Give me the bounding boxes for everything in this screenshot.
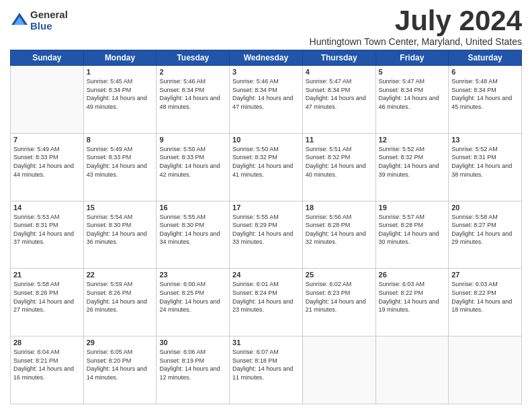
day-cell (11, 66, 84, 134)
day-cell (375, 336, 449, 404)
day-number: 28 (13, 338, 81, 347)
day-info: Sunrise: 6:02 AMSunset: 8:23 PMDaylight:… (306, 280, 373, 314)
day-cell: 23Sunrise: 6:00 AMSunset: 8:25 PMDayligh… (157, 269, 230, 336)
day-info: Sunrise: 6:01 AMSunset: 8:24 PMDaylight:… (232, 280, 300, 314)
col-header-sunday: Sunday (11, 50, 84, 66)
day-cell: 20Sunrise: 5:58 AMSunset: 8:27 PMDayligh… (449, 201, 522, 269)
day-number: 11 (306, 136, 373, 144)
day-info: Sunrise: 5:57 AMSunset: 8:28 PMDaylight:… (379, 213, 446, 246)
col-header-wednesday: Wednesday (230, 50, 303, 66)
day-cell: 1Sunrise: 5:45 AMSunset: 8:34 PMDaylight… (83, 66, 157, 134)
day-info: Sunrise: 6:07 AMSunset: 8:18 PMDaylight:… (232, 348, 300, 381)
day-info: Sunrise: 5:52 AMSunset: 8:32 PMDaylight:… (379, 145, 446, 179)
day-number: 27 (451, 271, 519, 279)
day-cell: 31Sunrise: 6:07 AMSunset: 8:18 PMDayligh… (230, 336, 303, 404)
day-cell: 13Sunrise: 5:52 AMSunset: 8:31 PMDayligh… (449, 133, 522, 201)
day-info: Sunrise: 5:48 AMSunset: 8:34 PMDaylight:… (451, 77, 519, 111)
day-cell: 26Sunrise: 6:03 AMSunset: 8:22 PMDayligh… (375, 269, 449, 336)
day-info: Sunrise: 5:46 AMSunset: 8:34 PMDaylight:… (159, 77, 226, 111)
day-info: Sunrise: 6:06 AMSunset: 8:19 PMDaylight:… (159, 348, 226, 381)
day-number: 18 (306, 203, 373, 212)
day-info: Sunrise: 5:59 AMSunset: 8:26 PMDaylight:… (87, 280, 154, 314)
day-number: 29 (87, 338, 154, 347)
day-info: Sunrise: 5:50 AMSunset: 8:33 PMDaylight:… (159, 145, 226, 179)
week-row-2: 7Sunrise: 5:49 AMSunset: 8:33 PMDaylight… (11, 133, 522, 201)
day-cell: 11Sunrise: 5:51 AMSunset: 8:32 PMDayligh… (302, 133, 375, 201)
day-info: Sunrise: 5:45 AMSunset: 8:34 PMDaylight:… (87, 77, 154, 111)
day-cell: 19Sunrise: 5:57 AMSunset: 8:28 PMDayligh… (375, 201, 449, 269)
day-cell (449, 336, 522, 404)
logo: General Blue (10, 9, 68, 32)
day-number: 6 (451, 68, 519, 76)
day-info: Sunrise: 5:50 AMSunset: 8:32 PMDaylight:… (232, 145, 300, 179)
day-cell: 14Sunrise: 5:53 AMSunset: 8:31 PMDayligh… (11, 201, 84, 269)
day-number: 3 (232, 68, 300, 76)
day-number: 14 (13, 203, 81, 212)
day-info: Sunrise: 6:03 AMSunset: 8:22 PMDaylight:… (451, 280, 519, 314)
day-number: 25 (306, 271, 373, 279)
day-number: 5 (379, 68, 446, 76)
day-info: Sunrise: 6:05 AMSunset: 8:20 PMDaylight:… (87, 348, 154, 381)
day-number: 10 (232, 136, 300, 144)
day-number: 19 (379, 203, 446, 212)
day-info: Sunrise: 5:56 AMSunset: 8:28 PMDaylight:… (306, 213, 373, 246)
day-number: 31 (232, 338, 300, 347)
day-cell: 22Sunrise: 5:59 AMSunset: 8:26 PMDayligh… (83, 269, 157, 336)
col-header-saturday: Saturday (449, 50, 522, 66)
header-row: SundayMondayTuesdayWednesdayThursdayFrid… (11, 50, 522, 66)
day-cell: 12Sunrise: 5:52 AMSunset: 8:32 PMDayligh… (375, 133, 449, 201)
day-info: Sunrise: 5:55 AMSunset: 8:29 PMDaylight:… (232, 213, 300, 246)
day-number: 21 (13, 271, 81, 279)
day-cell: 27Sunrise: 6:03 AMSunset: 8:22 PMDayligh… (449, 269, 522, 336)
day-cell: 3Sunrise: 5:46 AMSunset: 8:34 PMDaylight… (230, 66, 303, 134)
day-number: 16 (159, 203, 226, 212)
month-title: July 2024 (310, 7, 522, 35)
day-cell: 21Sunrise: 5:58 AMSunset: 8:26 PMDayligh… (11, 269, 84, 336)
day-cell: 7Sunrise: 5:49 AMSunset: 8:33 PMDaylight… (11, 133, 84, 201)
day-cell: 4Sunrise: 5:47 AMSunset: 8:34 PMDaylight… (302, 66, 375, 134)
col-header-friday: Friday (375, 50, 449, 66)
day-cell: 30Sunrise: 6:06 AMSunset: 8:19 PMDayligh… (157, 336, 230, 404)
day-cell: 24Sunrise: 6:01 AMSunset: 8:24 PMDayligh… (230, 269, 303, 336)
day-info: Sunrise: 5:58 AMSunset: 8:26 PMDaylight:… (13, 280, 81, 314)
day-number: 4 (306, 68, 373, 76)
day-number: 12 (379, 136, 446, 144)
day-info: Sunrise: 5:51 AMSunset: 8:32 PMDaylight:… (306, 145, 373, 179)
page: General Blue July 2024 Huntingtown Town … (0, 0, 532, 411)
day-number: 2 (159, 68, 226, 76)
day-info: Sunrise: 6:00 AMSunset: 8:25 PMDaylight:… (159, 280, 226, 314)
week-row-1: 1Sunrise: 5:45 AMSunset: 8:34 PMDaylight… (11, 66, 522, 134)
day-number: 22 (87, 271, 154, 279)
day-info: Sunrise: 6:04 AMSunset: 8:21 PMDaylight:… (13, 348, 81, 381)
logo-icon (10, 11, 29, 30)
day-number: 7 (13, 136, 81, 144)
day-cell: 10Sunrise: 5:50 AMSunset: 8:32 PMDayligh… (230, 133, 303, 201)
logo-general: General (30, 9, 68, 21)
day-cell: 15Sunrise: 5:54 AMSunset: 8:30 PMDayligh… (83, 201, 157, 269)
week-row-5: 28Sunrise: 6:04 AMSunset: 8:21 PMDayligh… (11, 336, 522, 404)
week-row-4: 21Sunrise: 5:58 AMSunset: 8:26 PMDayligh… (11, 269, 522, 336)
day-info: Sunrise: 5:54 AMSunset: 8:30 PMDaylight:… (87, 213, 154, 246)
day-cell: 8Sunrise: 5:49 AMSunset: 8:33 PMDaylight… (83, 133, 157, 201)
day-info: Sunrise: 5:47 AMSunset: 8:34 PMDaylight:… (306, 77, 373, 111)
day-info: Sunrise: 5:46 AMSunset: 8:34 PMDaylight:… (232, 77, 300, 111)
day-number: 1 (87, 68, 154, 76)
day-number: 13 (451, 136, 519, 144)
day-number: 26 (379, 271, 446, 279)
day-cell: 29Sunrise: 6:05 AMSunset: 8:20 PMDayligh… (83, 336, 157, 404)
day-cell: 25Sunrise: 6:02 AMSunset: 8:23 PMDayligh… (302, 269, 375, 336)
day-info: Sunrise: 5:47 AMSunset: 8:34 PMDaylight:… (379, 77, 446, 111)
logo-blue: Blue (30, 21, 68, 32)
day-cell: 18Sunrise: 5:56 AMSunset: 8:28 PMDayligh… (302, 201, 375, 269)
day-number: 30 (159, 338, 226, 347)
day-cell: 5Sunrise: 5:47 AMSunset: 8:34 PMDaylight… (375, 66, 449, 134)
col-header-tuesday: Tuesday (157, 50, 230, 66)
day-info: Sunrise: 6:03 AMSunset: 8:22 PMDaylight:… (379, 280, 446, 314)
day-cell (302, 336, 375, 404)
day-info: Sunrise: 5:55 AMSunset: 8:30 PMDaylight:… (159, 213, 226, 246)
day-cell: 9Sunrise: 5:50 AMSunset: 8:33 PMDaylight… (157, 133, 230, 201)
day-cell: 2Sunrise: 5:46 AMSunset: 8:34 PMDaylight… (157, 66, 230, 134)
header: General Blue July 2024 Huntingtown Town … (10, 7, 522, 47)
day-info: Sunrise: 5:49 AMSunset: 8:33 PMDaylight:… (87, 145, 154, 179)
day-number: 9 (159, 136, 226, 144)
